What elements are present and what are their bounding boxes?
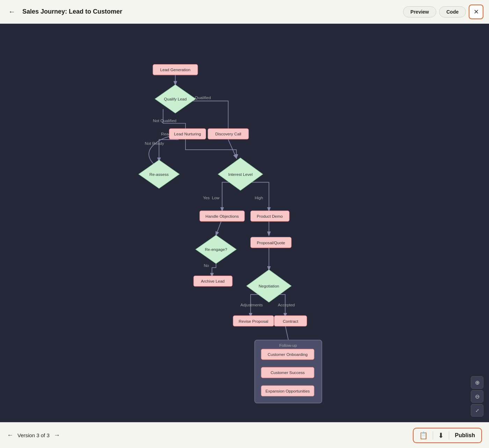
svg-text:Archive Lead: Archive Lead — [201, 279, 225, 283]
flowchart-svg: Not Qualified Qualified Not Ready Ready … — [0, 24, 489, 422]
svg-text:Product Demo: Product Demo — [257, 214, 283, 218]
zoom-in-button[interactable]: ⊕ — [471, 376, 483, 389]
zoom-out-icon: ⊖ — [475, 393, 480, 400]
svg-text:Not Qualified: Not Qualified — [153, 118, 176, 123]
footer: ← Version 3 of 3 → 📋 ⬇ Publish — [0, 422, 489, 448]
svg-text:Proposal/Quote: Proposal/Quote — [257, 240, 285, 245]
clipboard-button[interactable]: 📋 — [417, 431, 430, 440]
footer-divider — [433, 431, 433, 440]
svg-text:Accepted: Accepted — [278, 303, 295, 307]
svg-text:Negotiation: Negotiation — [258, 284, 279, 288]
svg-text:Qualified: Qualified — [195, 95, 211, 100]
zoom-out-button[interactable]: ⊖ — [471, 390, 483, 403]
canvas: Not Qualified Qualified Not Ready Ready … — [0, 24, 489, 422]
svg-text:Customer Onboarding: Customer Onboarding — [268, 352, 308, 357]
zoom-controls: ⊕ ⊖ ⤢ — [471, 376, 483, 417]
footer-publish-area: 📋 ⬇ Publish — [413, 428, 482, 443]
page-title: Sales Journey: Lead to Customer — [22, 8, 399, 15]
preview-button[interactable]: Preview — [403, 6, 436, 17]
svg-line-6 — [228, 140, 236, 158]
svg-text:Qualify Lead: Qualify Lead — [164, 97, 187, 101]
prev-version-button[interactable]: ← — [7, 432, 13, 439]
svg-text:Yes: Yes — [203, 195, 210, 200]
svg-text:Revise Proposal: Revise Proposal — [239, 319, 268, 323]
svg-text:Adjustments: Adjustments — [240, 303, 263, 307]
clipboard-icon: 📋 — [419, 431, 428, 440]
svg-text:Not Ready: Not Ready — [145, 141, 164, 145]
svg-text:Re-assess: Re-assess — [149, 172, 169, 177]
svg-text:Handle Objections: Handle Objections — [205, 214, 239, 218]
back-button[interactable]: ← — [6, 6, 18, 17]
svg-text:No: No — [204, 263, 209, 268]
svg-text:Lead Nurturing: Lead Nurturing — [174, 132, 201, 136]
footer-divider-2 — [449, 431, 449, 440]
svg-text:Contract: Contract — [283, 319, 299, 323]
svg-text:Follow-up: Follow-up — [279, 343, 297, 348]
svg-text:Low: Low — [212, 195, 220, 200]
svg-text:Re-engage?: Re-engage? — [205, 247, 227, 252]
download-button[interactable]: ⬇ — [436, 431, 446, 440]
version-text: Version 3 of 3 — [17, 432, 50, 438]
svg-text:Discovery Call: Discovery Call — [215, 132, 241, 136]
zoom-in-icon: ⊕ — [475, 379, 480, 386]
close-button[interactable]: ✕ — [469, 5, 483, 19]
svg-text:Customer Success: Customer Success — [271, 370, 305, 375]
svg-text:Interest Level: Interest Level — [228, 172, 253, 177]
header: ← Sales Journey: Lead to Customer Previe… — [0, 0, 489, 24]
fit-icon: ⤢ — [475, 408, 479, 413]
svg-text:Lead Generation: Lead Generation — [160, 67, 191, 72]
publish-button[interactable]: Publish — [452, 432, 478, 439]
download-icon: ⬇ — [438, 431, 444, 440]
fit-screen-button[interactable]: ⤢ — [471, 404, 483, 417]
next-version-button[interactable]: → — [54, 432, 60, 439]
svg-text:High: High — [255, 195, 263, 200]
header-actions: Preview Code ✕ — [403, 5, 483, 19]
code-button[interactable]: Code — [439, 6, 466, 17]
version-nav: ← Version 3 of 3 → — [7, 432, 413, 439]
svg-text:Expansion Opportunities: Expansion Opportunities — [265, 389, 310, 393]
